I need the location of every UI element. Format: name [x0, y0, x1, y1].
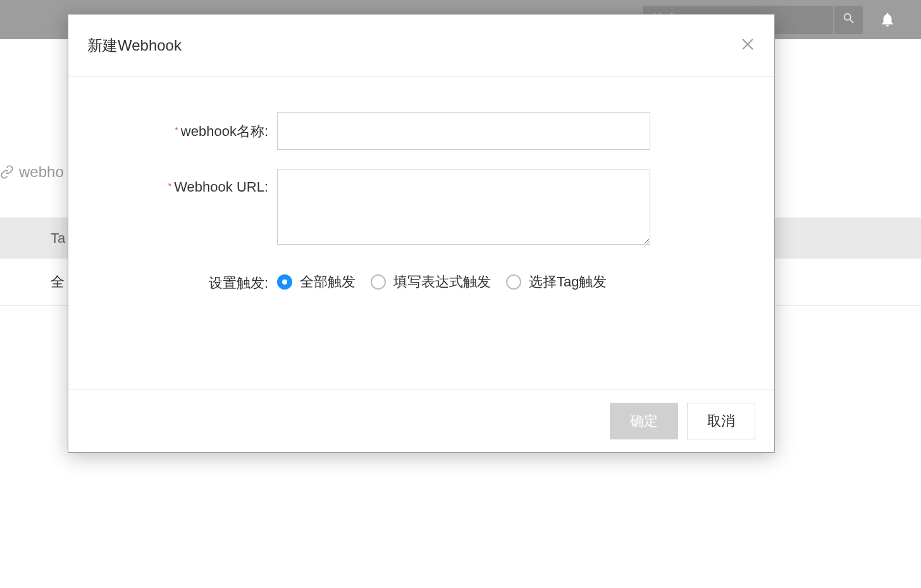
search-icon [842, 11, 856, 28]
webhook-url-label: *Webhook URL: [113, 169, 277, 195]
trigger-radio-all[interactable]: 全部触发 [277, 273, 355, 291]
trigger-radio-group: 全部触发 填写表达式触发 选择Tag触发 [277, 264, 607, 291]
radio-icon [371, 274, 386, 290]
required-mark: * [175, 125, 178, 135]
webhook-url-input[interactable] [277, 169, 650, 245]
confirm-button[interactable]: 确定 [610, 403, 678, 439]
table-header-cell: Ta [51, 230, 65, 247]
radio-label: 全部触发 [300, 273, 355, 291]
radio-label: 选择Tag触发 [529, 273, 607, 291]
link-icon [0, 165, 14, 179]
cancel-button[interactable]: 取消 [687, 403, 755, 439]
modal-header: 新建Webhook [68, 15, 774, 77]
required-mark: * [168, 181, 171, 191]
form-row-trigger: 设置触发: 全部触发 填写表达式触发 选择Tag触发 [113, 264, 730, 293]
create-webhook-modal: 新建Webhook *webhook名称: *Webhook URL: 设置触发… [68, 14, 775, 453]
table-cell: 全 [51, 273, 65, 291]
trigger-label: 设置触发: [113, 264, 277, 293]
modal-close-button[interactable] [740, 38, 755, 53]
modal-body: *webhook名称: *Webhook URL: 设置触发: 全部触发 [68, 77, 774, 337]
trigger-radio-expression[interactable]: 填写表达式触发 [371, 273, 491, 291]
webhook-name-label: *webhook名称: [113, 112, 277, 141]
webhook-name-input[interactable] [277, 112, 650, 150]
trigger-radio-tag[interactable]: 选择Tag触发 [506, 273, 607, 291]
modal-footer: 确定 取消 [68, 389, 774, 452]
search-button[interactable] [834, 6, 863, 34]
form-row-name: *webhook名称: [113, 112, 730, 150]
radio-label: 填写表达式触发 [393, 273, 491, 291]
section-label-text: webho [19, 163, 64, 181]
modal-title: 新建Webhook [87, 35, 182, 56]
radio-icon [506, 274, 521, 290]
bell-icon [879, 19, 896, 30]
notifications-button[interactable] [879, 11, 896, 28]
radio-icon [277, 274, 292, 290]
form-row-url: *Webhook URL: [113, 169, 730, 245]
close-icon [740, 37, 755, 54]
